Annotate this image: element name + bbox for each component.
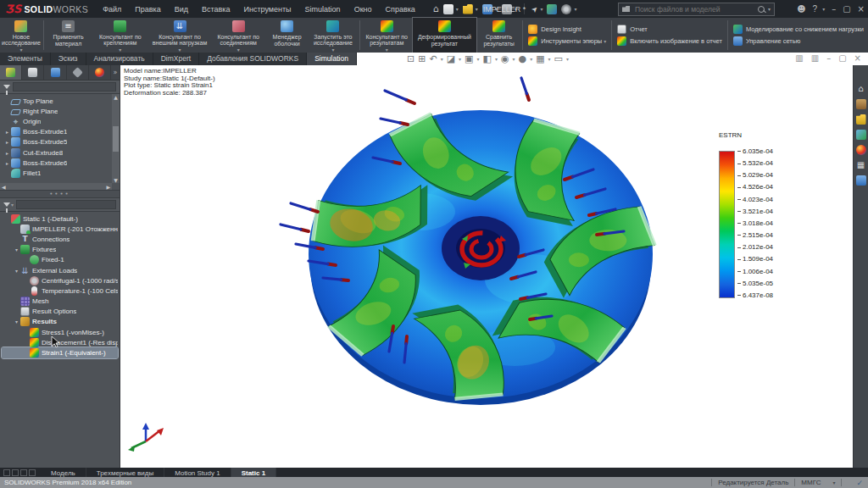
design-insight-button[interactable]: Design Insight [528,25,606,34]
run-study-button[interactable]: Запустить это исследование▾ [308,18,358,53]
command-tab[interactable]: DimXpert [153,53,199,65]
search-input[interactable] [633,4,758,14]
manager-tabs-overflow-icon[interactable]: » [111,69,120,76]
report-button[interactable]: Отчет [617,25,722,34]
tree-item[interactable]: ▾Fixtures [2,245,118,255]
status-customize-icon[interactable]: ✓ [856,479,863,487]
apply-scene-icon[interactable]: ▦ [536,53,544,64]
vertical-scrollbar[interactable]: ▲ ▼ [112,94,120,183]
expander-icon[interactable]: ▸ [3,150,11,156]
scrollbar-thumb[interactable] [113,126,119,152]
display-style-icon[interactable]: ◧ [483,53,492,64]
dropdown-caret[interactable]: ▾ [768,6,771,12]
help-icon[interactable]: ? [813,4,818,14]
command-tab[interactable]: Анализировать [86,53,153,65]
resources-home-icon[interactable]: ⌂ [856,84,866,94]
tree-item[interactable]: Right Plane [2,106,111,116]
connections-advisor-button[interactable]: Консультант по соединениям▾ [211,18,266,53]
view-orientation-icon[interactable]: ▣ [465,53,473,64]
window-close-icon[interactable]: × [854,53,861,63]
custom-properties-icon[interactable]: ▦ [856,160,866,170]
menu-item[interactable]: Инструменты [237,3,297,16]
panel-splitter[interactable]: •••• [0,191,120,198]
menu-item[interactable]: Правка [129,3,166,16]
results-advisor-button[interactable]: Консультант по результатам▾ [361,18,413,53]
filter-input[interactable] [16,200,116,209]
dropdown-caret[interactable]: ▾ [530,56,532,62]
dropdown-caret[interactable]: ▾ [11,202,14,208]
study-tab[interactable]: Static 1 [231,468,276,477]
tree-item[interactable]: IMPELLER (-201 Отожженная нержав [2,224,118,234]
units-selector[interactable]: ММГС [801,479,821,486]
command-tab[interactable]: Эскиз [51,53,86,65]
sim-tree-filter[interactable]: ▾ [0,198,120,212]
menu-item[interactable]: Вид [169,3,194,16]
dropdown-caret[interactable]: ▾ [459,56,461,62]
scroll-left-icon[interactable]: ◀ [2,184,6,190]
tree-item[interactable]: Fillet1 [2,168,111,178]
shell-manager-button[interactable]: Менеджер оболочки [266,18,308,53]
tab-dimxpert-manager[interactable] [67,65,89,80]
feature-tree-filter[interactable] [0,80,120,94]
file-explorer-icon[interactable] [856,114,866,125]
minimize-icon[interactable]: – [832,4,836,14]
dropdown-caret[interactable]: ▾ [566,56,569,62]
deformed-result-button[interactable]: Деформированный результат [413,18,476,53]
tree-item[interactable]: Temperature-1 (-100 Celsius:) [2,286,118,296]
horizontal-scrollbar[interactable]: ◀ ▶ [0,183,112,190]
offloaded-simulation-button[interactable]: Моделирование со снижением нагрузки [733,25,864,34]
result-legend[interactable]: ESTRN 6.035e-045.532e-045.029e-044.526e-… [719,131,812,299]
apply-material-button[interactable]: ≡ Применить материал [45,18,92,53]
tree-item[interactable]: Top Plane [2,96,111,106]
tree-item[interactable]: Mesh [2,297,118,307]
view-settings-icon[interactable]: ▭ [554,53,563,64]
tree-item[interactable]: ▸Cut-Extrude8 [2,147,111,158]
tab-configuration-manager[interactable] [44,65,66,80]
study-tab[interactable]: Трехмерные виды [86,468,165,477]
dropdown-caret[interactable]: ▾ [477,56,480,62]
command-tab[interactable]: Добавления SOLIDWORKS [199,53,307,65]
new-study-button[interactable]: Новое исследование▾ [0,18,42,53]
dropdown-caret[interactable]: ▾ [548,56,551,62]
external-loads-advisor-button[interactable]: ⇊ Консультант по внешним нагрузкам▾ [148,18,210,53]
hide-show-items-icon[interactable]: ◉ [501,53,509,64]
tree-item[interactable]: ▾⇊External Loads [2,265,118,275]
tree-item[interactable]: Strain1 (-Equivalent-) [2,347,118,358]
study-tab[interactable]: Motion Study 1 [164,468,231,477]
expander-icon[interactable]: ▸ [3,139,11,145]
menu-item[interactable]: Окно [348,3,378,16]
plot-tools-button[interactable]: Инструменты эпюры ▾ [528,36,606,46]
command-tab[interactable]: Элементы [0,53,51,65]
tab-property-manager[interactable] [22,65,44,80]
menu-item[interactable]: Файл [97,3,127,16]
dropdown-caret[interactable]: ▾ [495,56,498,62]
view-palette-icon[interactable] [856,130,866,140]
appearances-icon[interactable] [856,145,866,155]
menu-item[interactable]: Simulation [299,3,347,16]
window-restore-icon[interactable]: ▢ [838,53,846,63]
expander-icon[interactable]: ▸ [3,160,11,166]
tree-item[interactable]: Centrifugal-1 (-1000 rad/s:) [2,275,118,286]
tree-item[interactable]: ▸Boss-Extrude6 [2,158,111,168]
section-view-icon[interactable]: ◪ [447,53,455,64]
compare-results-button[interactable]: Сравнить результаты [476,18,521,53]
tab-feature-manager[interactable] [0,65,22,80]
tree-item[interactable]: ▸Boss-Extrude5 [2,137,111,147]
menu-item[interactable]: Справка [380,3,421,16]
design-library-icon[interactable] [856,99,866,109]
edit-appearance-icon[interactable]: ● [519,53,527,64]
fixtures-advisor-button[interactable]: Консультант по креплениям▾ [92,18,148,53]
zoom-area-icon[interactable]: ⊞ [418,53,426,64]
study-tab[interactable]: Модель [41,468,86,477]
menu-item[interactable]: Вставка [196,3,236,16]
user-icon[interactable]: ☻ [797,4,805,14]
pane-icon[interactable]: ▥ [795,53,803,63]
legend-color-bar[interactable] [719,151,735,298]
split-handles[interactable] [0,468,41,477]
close-icon[interactable]: × [858,4,865,14]
tree-item[interactable]: Static 1 (-Default-) [2,214,118,224]
expander-icon[interactable]: ▾ [13,268,20,274]
tree-item[interactable]: ▾Results [2,317,118,327]
restore-icon[interactable]: ▢ [843,4,850,14]
units-caret-icon[interactable]: ▾ [832,480,835,485]
